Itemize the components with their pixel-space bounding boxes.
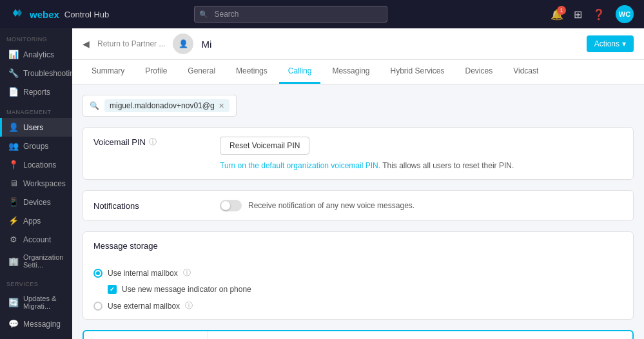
sidebar-item-locations[interactable]: 📍 Locations [0, 155, 72, 174]
sidebar-item-label: Workspaces [23, 179, 66, 188]
user-name: Mi [201, 39, 211, 50]
radio-internal-label: Use internal mailbox [108, 269, 178, 278]
tab-general[interactable]: General [179, 60, 224, 84]
reset-voicemail-pin-button[interactable]: Reset Voicemail PIN [220, 137, 309, 155]
voicemail-pin-info-icon[interactable]: ⓘ [149, 137, 157, 148]
org-settings-icon: 🏢 [8, 257, 19, 266]
search-input[interactable] [194, 6, 387, 23]
content-area: ◀ Return to Partner ... 👤 Mi Actions ▾ S… [72, 28, 644, 339]
sidebar-item-label: Organization Setti... [23, 253, 66, 269]
message-indicator-checkbox [108, 285, 117, 294]
sidebar-item-label: Account [23, 235, 51, 244]
sidebar-item-org-settings[interactable]: 🏢 Organization Setti... [0, 249, 72, 273]
chevron-down-icon: ▾ [622, 39, 626, 48]
sidebar-item-label: Reports [23, 88, 50, 97]
sidebar-item-account[interactable]: ⚙ Account [0, 230, 72, 249]
voicemail-pin-link-suffix: This allows all users to reset their PIN… [382, 161, 514, 170]
sidebar-item-workspaces[interactable]: 🖥 Workspaces [0, 174, 72, 193]
radio-external-mailbox[interactable]: Use external mailbox ⓘ [93, 300, 623, 311]
sidebar-item-analytics[interactable]: 📊 Analytics [0, 45, 72, 64]
tab-hybrid-services[interactable]: Hybrid Services [381, 60, 453, 84]
user-avatar[interactable]: WC [616, 5, 634, 23]
tab-bar: Summary Profile General Meetings Calling… [72, 60, 644, 84]
voicemail-pin-section: Voicemail PIN ⓘ Reset Voicemail PIN Turn… [83, 127, 634, 180]
sidebar-item-updates[interactable]: 🔄 Updates & Migrati... [0, 290, 72, 315]
tab-calling[interactable]: Calling [279, 60, 321, 84]
fax-controls-col: Receive fax messages Receive taxes at th… [208, 331, 632, 339]
remove-tag-button[interactable]: ✕ [219, 102, 224, 110]
search-filter-row: 🔍 miguel.maldonadov+nov01@g ✕ [83, 95, 237, 117]
help-icon[interactable]: ❓ [592, 8, 605, 21]
tab-vidcast[interactable]: Vidcast [504, 60, 547, 84]
voicemail-pin-title: Voicemail PIN ⓘ [93, 137, 210, 148]
voicemail-pin-controls: Reset Voicemail PIN Turn on the default … [220, 137, 623, 170]
fax-section-layout: Fax messaging ⓘ Receive fax messages Rec… [84, 331, 632, 339]
sidebar-item-label: Devices [23, 198, 51, 207]
sidebar-item-reports[interactable]: 📄 Reports [0, 82, 72, 101]
main-layout: MONITORING 📊 Analytics 🔧 Troubleshooting… [0, 28, 644, 339]
grid-icon[interactable]: ⊞ [574, 8, 582, 21]
search-tag: miguel.maldonadov+nov01@g ✕ [104, 99, 229, 112]
external-mailbox-info-icon[interactable]: ⓘ [185, 300, 193, 311]
analytics-icon: 📊 [8, 50, 19, 59]
sidebar-item-users[interactable]: 👤 Users [0, 118, 72, 137]
tab-profile[interactable]: Profile [136, 60, 176, 84]
back-button[interactable]: ◀ [83, 39, 90, 49]
sidebar-item-label: Groups [23, 142, 48, 151]
message-storage-section: Message storage Use internal mailbox ⓘ U… [83, 231, 634, 320]
sidebar-item-label: Troubleshooting [23, 69, 72, 78]
sidebar-item-label: Locations [23, 160, 56, 170]
reports-icon: 📄 [8, 87, 19, 97]
radio-internal-dot [93, 269, 102, 278]
sidebar-item-apps[interactable]: ⚡ Apps [0, 211, 72, 230]
notifications-toggle-label: Receive notification of any new voice me… [248, 201, 415, 210]
tab-messaging[interactable]: Messaging [323, 60, 378, 84]
sidebar-item-groups[interactable]: 👥 Groups [0, 137, 72, 155]
message-storage-header: Message storage [83, 232, 633, 260]
services-label: SERVICES [0, 273, 72, 290]
checkbox-message-indicator[interactable]: Use new message indicator on phone [93, 285, 623, 294]
search-filter-icon: 🔍 [90, 101, 99, 110]
notifications-title: Notifications [93, 201, 210, 211]
radio-external-label: Use external mailbox [108, 302, 180, 311]
message-storage-options: Use internal mailbox ⓘ Use new message i… [83, 260, 633, 319]
internal-mailbox-info-icon[interactable]: ⓘ [183, 267, 191, 278]
message-storage-title: Message storage [93, 241, 197, 251]
notifications-toggle[interactable] [220, 200, 242, 211]
global-search[interactable]: 🔍 [194, 6, 387, 23]
notifications-toggle-row: Receive notification of any new voice me… [220, 200, 623, 211]
user-profile-avatar: 👤 [173, 34, 193, 54]
actions-button[interactable]: Actions ▾ [587, 35, 634, 52]
messaging-icon: 💬 [8, 319, 19, 329]
radio-external-dot [93, 302, 102, 311]
app-name: Control Hub [64, 10, 109, 19]
monitoring-label: MONITORING [0, 28, 72, 45]
sidebar-item-label: Apps [23, 217, 41, 226]
logo-text: webex [30, 9, 59, 20]
voicemail-pin-link-text: Turn on the default organization voicema… [220, 161, 623, 170]
radio-internal-mailbox[interactable]: Use internal mailbox ⓘ [93, 267, 623, 278]
groups-icon: 👥 [8, 141, 19, 151]
sidebar-item-messaging[interactable]: 💬 Messaging [0, 315, 72, 333]
sidebar-item-label: Users [23, 123, 43, 132]
management-label: MANAGEMENT [0, 101, 72, 118]
search-tag-value: miguel.maldonadov+nov01@g [110, 101, 215, 110]
nav-icons-group: 🔔 1 ⊞ ❓ WC [551, 5, 634, 23]
top-navigation: webex Control Hub 🔍 🔔 1 ⊞ ❓ WC [0, 0, 644, 28]
search-icon: 🔍 [199, 10, 208, 19]
voicemail-section-inner: Voicemail PIN ⓘ Reset Voicemail PIN Turn… [83, 128, 633, 179]
actions-label: Actions [594, 39, 620, 48]
back-label[interactable]: Return to Partner ... [97, 39, 165, 48]
updates-icon: 🔄 [8, 298, 19, 307]
apps-icon: ⚡ [8, 216, 19, 226]
tab-summary[interactable]: Summary [83, 60, 133, 84]
account-icon: ⚙ [8, 235, 19, 244]
notifications-section: Notifications Receive notification of an… [83, 190, 634, 221]
sidebar-item-devices[interactable]: 📱 Devices [0, 193, 72, 211]
tab-devices[interactable]: Devices [456, 60, 502, 84]
voicemail-pin-link[interactable]: Turn on the default organization voicema… [220, 161, 380, 170]
fax-title-col: Fax messaging ⓘ [84, 331, 208, 339]
notifications-icon[interactable]: 🔔 1 [551, 8, 563, 21]
sidebar-item-troubleshooting[interactable]: 🔧 Troubleshooting [0, 64, 72, 82]
tab-meetings[interactable]: Meetings [227, 60, 277, 84]
